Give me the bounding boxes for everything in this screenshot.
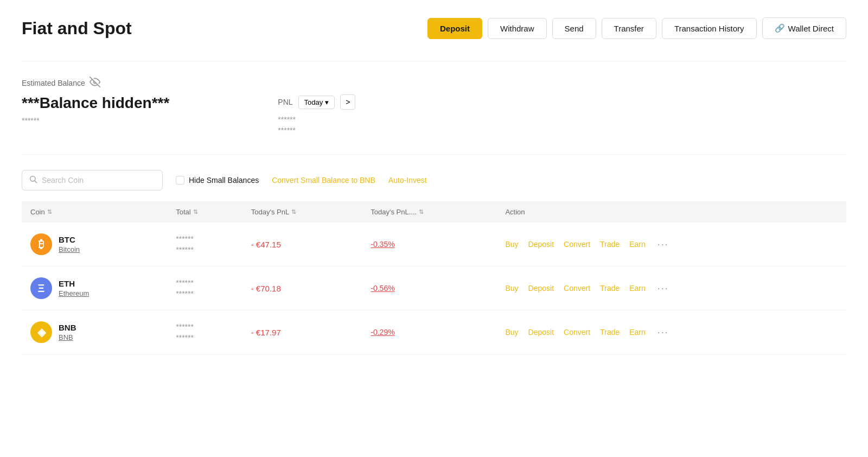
coin-pnl-percent: -0.56% bbox=[362, 266, 496, 310]
header-actions: Deposit Withdraw Send Transfer Transacti… bbox=[427, 17, 846, 39]
balance-section: Estimated Balance ***Balance hidden*** *… bbox=[22, 77, 846, 135]
coin-pnl-value: - €70.18 bbox=[242, 266, 362, 310]
coin-symbol: BTC bbox=[59, 235, 75, 244]
coin-actions: BuyDepositConvertTradeEarn ··· bbox=[496, 310, 846, 354]
coin-total-1: ****** bbox=[176, 234, 233, 243]
coin-total-2: ****** bbox=[176, 289, 233, 298]
pnl-next-button[interactable]: > bbox=[340, 94, 355, 110]
col-today-pnl-pct[interactable]: Today's PnL.... ⇅ bbox=[362, 201, 496, 223]
action-convert-eth[interactable]: Convert bbox=[564, 284, 590, 293]
more-options-button-btc[interactable]: ··· bbox=[655, 239, 671, 250]
table-row: ◈ BNB BNB ****** ****** - €17.97 -0.29 bbox=[22, 310, 846, 354]
coin-total: ****** ****** bbox=[167, 310, 242, 354]
more-options-button-eth[interactable]: ··· bbox=[655, 283, 671, 294]
transaction-history-button[interactable]: Transaction History bbox=[662, 18, 757, 39]
sort-icon-pnl: ⇅ bbox=[291, 208, 296, 215]
table-row: Ξ ETH Ethereum ****** ****** - €70.18 bbox=[22, 266, 846, 310]
action-earn-btc[interactable]: Earn bbox=[629, 240, 646, 249]
action-buy-bnb[interactable]: Buy bbox=[505, 328, 518, 337]
coin-pnl-value: - €17.97 bbox=[242, 310, 362, 354]
wallet-direct-button[interactable]: 🔗 Wallet Direct bbox=[762, 17, 846, 39]
coin-total-1: ****** bbox=[176, 322, 233, 331]
coin-table: Coin ⇅ Total ⇅ Today's PnL ⇅ bbox=[22, 201, 846, 354]
col-total[interactable]: Total ⇅ bbox=[167, 201, 242, 223]
withdraw-button[interactable]: Withdraw bbox=[488, 18, 547, 39]
coin-icon-btc: ₿ bbox=[30, 233, 52, 255]
balance-left: ***Balance hidden*** ****** bbox=[22, 94, 169, 125]
hide-balance-icon[interactable] bbox=[90, 77, 100, 89]
coin-actions: BuyDepositConvertTradeEarn ··· bbox=[496, 266, 846, 310]
coin-name-link[interactable]: BNB bbox=[59, 333, 76, 341]
action-deposit-btc[interactable]: Deposit bbox=[528, 240, 554, 249]
search-input[interactable] bbox=[42, 176, 156, 185]
balance-row: ***Balance hidden*** ****** PNL Today ▾ … bbox=[22, 94, 846, 135]
coin-total-2: ****** bbox=[176, 245, 233, 254]
hide-small-balances-checkbox[interactable] bbox=[176, 176, 184, 185]
coin-name-link[interactable]: Bitcoin bbox=[59, 245, 80, 253]
svg-line-1 bbox=[35, 181, 37, 183]
transfer-button[interactable]: Transfer bbox=[602, 18, 656, 39]
coin-cell-bnb: ◈ BNB BNB bbox=[22, 310, 167, 354]
action-earn-bnb[interactable]: Earn bbox=[629, 328, 646, 337]
coin-total: ****** ****** bbox=[167, 266, 242, 310]
chevron-down-icon: ▾ bbox=[325, 98, 329, 106]
page-header: Fiat and Spot Deposit Withdraw Send Tran… bbox=[22, 17, 846, 39]
action-earn-eth[interactable]: Earn bbox=[629, 284, 646, 293]
balance-sub-text: ****** bbox=[22, 116, 169, 125]
auto-invest-button[interactable]: Auto-Invest bbox=[388, 176, 427, 185]
action-convert-btc[interactable]: Convert bbox=[564, 240, 590, 249]
action-convert-bnb[interactable]: Convert bbox=[564, 328, 590, 337]
coin-total: ****** ****** bbox=[167, 223, 242, 266]
table-row: ₿ BTC Bitcoin ****** ****** - €47.15 - bbox=[22, 223, 846, 266]
action-buy-btc[interactable]: Buy bbox=[505, 240, 518, 249]
pnl-today-button[interactable]: Today ▾ bbox=[298, 96, 335, 109]
balance-divider bbox=[22, 154, 846, 155]
convert-small-balance-button[interactable]: Convert Small Balance to BNB bbox=[272, 176, 375, 185]
filters-row: Hide Small Balances Convert Small Balanc… bbox=[22, 170, 846, 191]
sort-icon-total: ⇅ bbox=[193, 208, 198, 215]
coin-pnl-percent: -0.29% bbox=[362, 310, 496, 354]
sort-icon-coin: ⇅ bbox=[47, 208, 52, 215]
header-divider bbox=[22, 61, 846, 61]
pnl-values: ****** ****** bbox=[278, 115, 355, 135]
search-icon bbox=[29, 175, 37, 186]
col-coin[interactable]: Coin ⇅ bbox=[22, 201, 167, 223]
action-trade-btc[interactable]: Trade bbox=[600, 240, 620, 249]
deposit-button[interactable]: Deposit bbox=[427, 18, 482, 39]
search-wrapper bbox=[22, 170, 163, 191]
col-action: Action bbox=[496, 201, 846, 223]
action-trade-eth[interactable]: Trade bbox=[600, 284, 620, 293]
sort-icon-pnl-pct: ⇅ bbox=[419, 208, 424, 215]
coin-actions: BuyDepositConvertTradeEarn ··· bbox=[496, 223, 846, 266]
hide-small-balances-label[interactable]: Hide Small Balances bbox=[176, 176, 259, 185]
action-trade-bnb[interactable]: Trade bbox=[600, 328, 620, 337]
coin-table-body: ₿ BTC Bitcoin ****** ****** - €47.15 - bbox=[22, 223, 846, 354]
pnl-value-2: ****** bbox=[278, 126, 355, 135]
coin-total-1: ****** bbox=[176, 278, 233, 287]
coin-symbol: BNB bbox=[59, 323, 76, 332]
coin-cell-btc: ₿ BTC Bitcoin bbox=[22, 223, 167, 266]
estimated-balance-label: Estimated Balance bbox=[22, 77, 846, 89]
action-buy-eth[interactable]: Buy bbox=[505, 284, 518, 293]
more-options-button-bnb[interactable]: ··· bbox=[655, 327, 671, 338]
balance-right: PNL Today ▾ > ****** ****** bbox=[278, 94, 355, 135]
coin-icon-bnb: ◈ bbox=[30, 321, 52, 343]
send-button[interactable]: Send bbox=[552, 18, 596, 39]
pnl-label: PNL bbox=[278, 98, 292, 106]
page-title: Fiat and Spot bbox=[22, 18, 132, 39]
coin-cell-eth: Ξ ETH Ethereum bbox=[22, 266, 167, 310]
pnl-row: PNL Today ▾ > bbox=[278, 94, 355, 110]
action-deposit-eth[interactable]: Deposit bbox=[528, 284, 554, 293]
coin-pnl-value: - €47.15 bbox=[242, 223, 362, 266]
action-deposit-bnb[interactable]: Deposit bbox=[528, 328, 554, 337]
coin-total-2: ****** bbox=[176, 333, 233, 342]
coin-name-link[interactable]: Ethereum bbox=[59, 289, 89, 297]
link-icon: 🔗 bbox=[775, 23, 785, 33]
chevron-right-icon: > bbox=[346, 98, 350, 106]
table-header: Coin ⇅ Total ⇅ Today's PnL ⇅ bbox=[22, 201, 846, 223]
coin-symbol: ETH bbox=[59, 279, 75, 288]
coin-pnl-percent: -0.35% bbox=[362, 223, 496, 266]
col-today-pnl[interactable]: Today's PnL ⇅ bbox=[242, 201, 362, 223]
coin-icon-eth: Ξ bbox=[30, 277, 52, 299]
pnl-value-1: ****** bbox=[278, 115, 355, 124]
